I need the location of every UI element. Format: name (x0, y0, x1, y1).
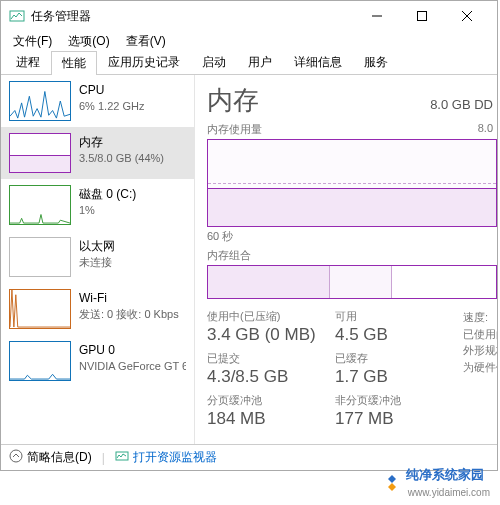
maximize-button[interactable] (399, 1, 444, 31)
detail-pane: 内存 8.0 GB DD 内存使用量 8.0 60 秒 内存组合 (195, 75, 497, 444)
svg-point-5 (10, 450, 22, 462)
sidebar-item-disk[interactable]: 磁盘 0 (C:) 1% (1, 179, 194, 231)
composition-label: 内存组合 (207, 248, 251, 263)
gpu-sub: NVIDIA GeForce GT 6 (79, 359, 186, 373)
form-key: 外形规格: (463, 342, 497, 359)
sidebar: CPU 6% 1.22 GHz 内存 3.5/8.0 GB (44%) 磁盘 0… (1, 75, 195, 444)
usage-max: 8.0 (478, 122, 493, 137)
sidebar-item-gpu[interactable]: GPU 0 NVIDIA GeForce GT 6 (1, 335, 194, 387)
paged-header: 分页缓冲池 (207, 393, 317, 408)
ethernet-thumb (9, 237, 71, 277)
tab-performance[interactable]: 性能 (51, 51, 97, 75)
tab-startup[interactable]: 启动 (191, 50, 237, 74)
sidebar-item-cpu[interactable]: CPU 6% 1.22 GHz (1, 75, 194, 127)
close-button[interactable] (444, 1, 489, 31)
cached-value: 1.7 GB (335, 367, 445, 387)
memory-name: 内存 (79, 135, 164, 151)
sidebar-item-wifi[interactable]: Wi-Fi 发送: 0 接收: 0 Kbps (1, 283, 194, 335)
tab-app-history[interactable]: 应用历史记录 (97, 50, 191, 74)
watermark: 纯净系统家园 www.yidaimei.com (382, 466, 490, 499)
memory-composition-graph (207, 265, 497, 299)
wifi-sub: 发送: 0 接收: 0 Kbps (79, 307, 179, 321)
ethernet-name: 以太网 (79, 239, 115, 255)
usage-label: 内存使用量 (207, 122, 262, 137)
in-use-value: 3.4 GB (0 MB) (207, 325, 317, 345)
task-manager-window: 任务管理器 文件(F) 选项(O) 查看(V) 进程 性能 应用历史记录 启动 … (0, 0, 498, 471)
memory-thumb (9, 133, 71, 173)
footer-divider: | (102, 451, 105, 465)
cpu-thumb (9, 81, 71, 121)
wifi-name: Wi-Fi (79, 291, 179, 307)
open-resource-monitor-link[interactable]: 打开资源监视器 (115, 449, 217, 466)
graph-xaxis: 60 秒 (207, 229, 497, 244)
watermark-icon (382, 473, 402, 493)
menu-view[interactable]: 查看(V) (120, 31, 172, 52)
window-title: 任务管理器 (31, 8, 354, 25)
cpu-sub: 6% 1.22 GHz (79, 99, 144, 113)
tab-processes[interactable]: 进程 (5, 50, 51, 74)
gpu-thumb (9, 341, 71, 381)
watermark-main: 纯净系统家园 (406, 467, 484, 482)
svg-rect-2 (417, 12, 426, 21)
in-use-header: 使用中(已压缩) (207, 309, 317, 324)
cached-header: 已缓存 (335, 351, 445, 366)
tab-services[interactable]: 服务 (353, 50, 399, 74)
gpu-name: GPU 0 (79, 343, 186, 359)
tab-users[interactable]: 用户 (237, 50, 283, 74)
memory-usage-graph (207, 139, 497, 227)
hardware-stats: 速度:16 已使用的插槽:2/2 外形规格:SO 为硬件保留的内存:49 (463, 309, 497, 435)
sidebar-item-memory[interactable]: 内存 3.5/8.0 GB (44%) (1, 127, 194, 179)
titlebar: 任务管理器 (1, 1, 497, 31)
sidebar-item-ethernet[interactable]: 以太网 未连接 (1, 231, 194, 283)
nonpaged-value: 177 MB (335, 409, 445, 429)
committed-value: 4.3/8.5 GB (207, 367, 317, 387)
memory-sub: 3.5/8.0 GB (44%) (79, 151, 164, 165)
paged-value: 184 MB (207, 409, 317, 429)
menu-file[interactable]: 文件(F) (7, 31, 58, 52)
cpu-name: CPU (79, 83, 144, 99)
wifi-thumb (9, 289, 71, 329)
open-monitor-label: 打开资源监视器 (133, 449, 217, 466)
main-area: CPU 6% 1.22 GHz 内存 3.5/8.0 GB (44%) 磁盘 0… (1, 75, 497, 444)
detail-capacity: 8.0 GB DD (430, 97, 493, 112)
menubar: 文件(F) 选项(O) 查看(V) (1, 31, 497, 51)
tabs: 进程 性能 应用历史记录 启动 用户 详细信息 服务 (1, 51, 497, 75)
monitor-icon (115, 449, 129, 466)
slots-key: 已使用的插槽: (463, 326, 497, 343)
disk-thumb (9, 185, 71, 225)
app-icon (9, 8, 25, 24)
stats-block: 使用中(已压缩) 3.4 GB (0 MB) 可用 4.5 GB 已提交 4.3… (207, 309, 497, 435)
committed-header: 已提交 (207, 351, 317, 366)
tab-details[interactable]: 详细信息 (283, 50, 353, 74)
reserved-key: 为硬件保留的内存: (463, 359, 497, 376)
menu-options[interactable]: 选项(O) (62, 31, 115, 52)
watermark-sub: www.yidaimei.com (408, 487, 490, 498)
speed-key: 速度: (463, 309, 497, 326)
ethernet-sub: 未连接 (79, 255, 115, 269)
brief-label: 简略信息(D) (27, 449, 92, 466)
nonpaged-header: 非分页缓冲池 (335, 393, 445, 408)
disk-sub: 1% (79, 203, 136, 217)
disk-name: 磁盘 0 (C:) (79, 187, 136, 203)
chevron-up-icon (9, 449, 23, 466)
minimize-button[interactable] (354, 1, 399, 31)
brief-info-toggle[interactable]: 简略信息(D) (9, 449, 92, 466)
avail-value: 4.5 GB (335, 325, 445, 345)
avail-header: 可用 (335, 309, 445, 324)
detail-heading: 内存 (207, 83, 259, 118)
